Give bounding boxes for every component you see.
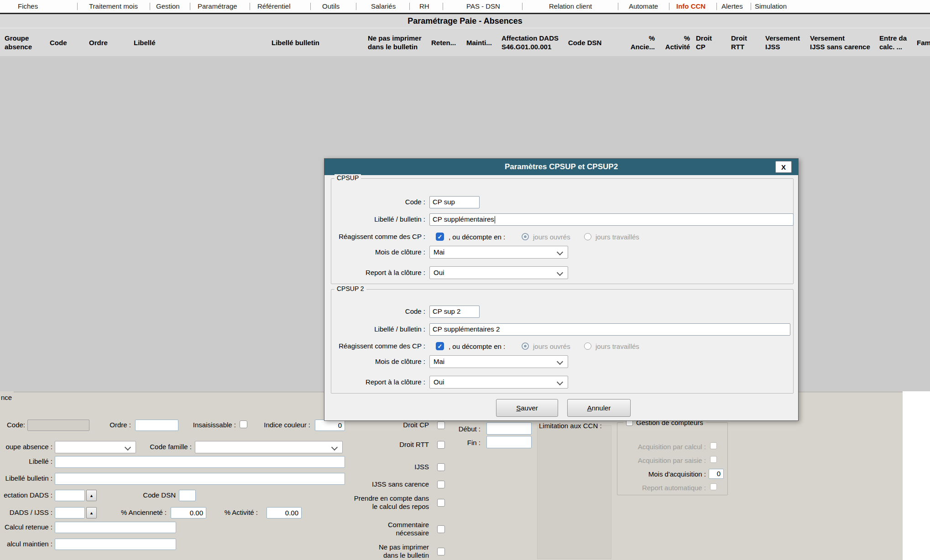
column-header-ne-pas-imprimer[interactable]: Ne pas imprimer dans le bulletin (368, 28, 422, 57)
repos-checkbox[interactable] (437, 499, 445, 507)
cpsup2-mois-cloture-dropdown[interactable]: Mai (429, 355, 568, 368)
ordre-field[interactable] (135, 420, 178, 431)
insaisissable-checkbox[interactable] (240, 420, 247, 428)
column-header-famille[interactable]: Famil (917, 28, 930, 57)
menu-bar: Fiches Traitement mois Gestion Paramétra… (0, 0, 930, 14)
cancel-button-initial: A (587, 404, 592, 412)
column-header-groupe-absence[interactable]: Groupe absence (5, 28, 32, 57)
cancel-button-rest: nnuler (592, 404, 611, 412)
column-header-affectation-dads[interactable]: Affectation DADS S46.G01.00.001 (502, 28, 559, 57)
cpsup2-code-field[interactable]: CP sup 2 (429, 306, 480, 318)
column-header-versement-ijss-sans-carence[interactable]: Versement IJSS sans carence (810, 28, 870, 57)
libelle-bulletin-field[interactable] (55, 473, 345, 485)
libelle-label: Libellé : (29, 457, 52, 466)
dads-ijss-field[interactable] (55, 507, 85, 519)
limitation-ccn-label: Limitation aux CCN : (539, 422, 602, 430)
column-header-droit-cp[interactable]: Droit CP (696, 28, 712, 57)
column-header-droit-rtt[interactable]: Droit RTT (731, 28, 747, 57)
code-dsn-field[interactable] (179, 490, 196, 501)
dads-ijss-spin-up-button[interactable] (86, 507, 97, 519)
cpsup-jours-travailles-label: jours travaillés (596, 233, 639, 241)
calcul-retenue-field[interactable] (55, 522, 176, 533)
mois-acquisition-field[interactable]: 0 (709, 469, 724, 479)
cpsup-report-cloture-label: Report à la clôture : (366, 269, 425, 277)
cpsup-code-field[interactable]: CP sup (429, 196, 480, 208)
cancel-button[interactable]: Annuler (567, 399, 631, 417)
cpsup-mois-cloture-dropdown[interactable]: Mai (429, 246, 568, 259)
dads-ijss-label: DADS / IJSS : (10, 508, 52, 517)
app-window: Fiches Traitement mois Gestion Paramétra… (0, 0, 930, 560)
cpsup-code-label: Code : (405, 198, 425, 206)
menu-item-referentiel[interactable]: Référentiel (257, 0, 291, 13)
code-famille-dropdown[interactable] (195, 441, 343, 453)
groupe-absence-label: oupe absence : (5, 443, 52, 451)
column-header-ordre[interactable]: Ordre (89, 28, 108, 57)
menu-item-outils[interactable]: Outils (322, 0, 340, 13)
affectation-dads-spin-up-button[interactable] (86, 490, 97, 501)
column-header-libelle[interactable]: Libellé (134, 28, 156, 57)
cpsup-groupbox-legend: CPSUP (334, 174, 361, 181)
fin-field[interactable] (486, 436, 532, 448)
fin-label: Fin : (467, 439, 481, 447)
groupe-absence-dropdown[interactable] (55, 441, 136, 453)
column-header-libelle-bulletin[interactable]: Libellé bulletin (272, 28, 319, 57)
column-header-retenue[interactable]: Reten... (431, 28, 456, 57)
ijss-sans-carence-checkbox[interactable] (437, 481, 445, 488)
menu-item-gestion[interactable]: Gestion (156, 0, 180, 13)
commentaire-checkbox[interactable] (437, 525, 445, 533)
calcul-maintien-field[interactable] (55, 539, 176, 550)
limitation-ccn-listbox[interactable] (537, 425, 611, 559)
save-button[interactable]: Sauver (496, 399, 558, 417)
cpsup-libelle-field[interactable]: CP supplémentaires (429, 213, 794, 226)
menu-separator (250, 3, 250, 10)
report-automatique-label: Report automatique : (642, 484, 706, 492)
cpsup-reagissent-checkbox[interactable] (436, 233, 444, 241)
cpsup2-code-label: Code : (405, 307, 425, 316)
cpsup2-report-cloture-dropdown[interactable]: Oui (429, 376, 568, 389)
menu-item-simulation[interactable]: Simulation (755, 0, 787, 13)
ijss-checkbox[interactable] (437, 463, 445, 471)
table-header: Groupe absence Code Ordre Libellé Libell… (0, 28, 930, 56)
menu-item-rh[interactable]: RH (419, 0, 429, 13)
menu-separator (409, 3, 410, 10)
acquisition-calcul-checkbox (710, 442, 717, 449)
menu-item-salaries[interactable]: Salariés (371, 0, 396, 13)
menu-item-fiches[interactable]: Fiches (18, 0, 38, 13)
column-header-code[interactable]: Code (50, 28, 67, 57)
acquisition-saisie-label: Acquisition par saisie : (638, 456, 706, 465)
affectation-dads-field[interactable] (55, 490, 85, 501)
cpsup2-groupbox-legend: CPSUP 2 (334, 285, 366, 292)
droit-cp-checkbox[interactable] (437, 421, 445, 429)
pct-anciennete-field[interactable]: 0.00 (171, 507, 206, 519)
debut-field[interactable] (486, 422, 532, 435)
ne-pas-imprimer-checkbox[interactable] (437, 548, 445, 555)
column-header-versement-ijss[interactable]: Versement IJSS (765, 28, 800, 57)
menu-item-traitement-mois[interactable]: Traitement mois (89, 0, 138, 13)
column-header-maintien[interactable]: Mainti... (466, 28, 492, 57)
column-header-entre-dates[interactable]: Entre da calc. ... (879, 28, 907, 57)
close-button[interactable]: X (775, 161, 792, 173)
menu-item-automate[interactable]: Automate (629, 0, 658, 13)
commentaire-label: Commentaire nécessaire (388, 521, 429, 537)
menu-item-relation-client[interactable]: Relation client (549, 0, 592, 13)
menu-separator (716, 3, 717, 10)
column-header-code-dsn[interactable]: Code DSN (568, 28, 601, 57)
menu-item-alertes[interactable]: Alertes (721, 0, 743, 13)
column-header-pct-anciennete[interactable]: % Ancie... (626, 28, 655, 57)
indice-couleur-field[interactable]: 0 (315, 420, 345, 431)
cpsup2-jours-travailles-radio (584, 342, 591, 350)
column-header-pct-activite[interactable]: % Activité (661, 28, 690, 57)
cpsup-report-cloture-dropdown[interactable]: Oui (429, 266, 568, 279)
pct-activite-field[interactable]: 0.00 (266, 507, 302, 519)
libelle-field[interactable] (55, 456, 345, 468)
insaisissable-label: Insaisissable : (193, 421, 236, 429)
cpsup2-libelle-field[interactable]: CP supplémentaires 2 (429, 323, 790, 336)
menu-item-parametrage[interactable]: Paramétrage (198, 0, 237, 13)
menu-item-info-ccn[interactable]: Info CCN (676, 0, 705, 13)
droit-rtt-checkbox[interactable] (437, 441, 445, 449)
cpsup2-reagissent-checkbox[interactable] (436, 342, 444, 350)
report-automatique-checkbox (710, 483, 717, 490)
cpsup2-reagissent-label: Réagissent comme des CP : (339, 342, 425, 350)
menu-item-pas-dsn[interactable]: PAS - DSN (466, 0, 500, 13)
cpsup-dialog: Paramètres CPSUP et CPSUP2 X CPSUP Code … (324, 158, 799, 421)
